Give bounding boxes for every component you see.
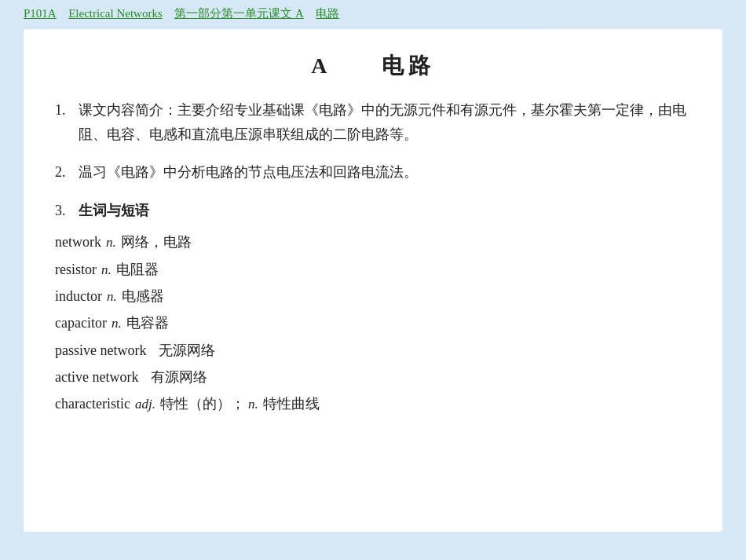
breadcrumb-sep-3 (307, 7, 313, 20)
vocab-network-en: network (55, 229, 101, 255)
vocab-characteristic-en: characteristic (55, 390, 130, 417)
page-title: A 电路 (55, 51, 691, 81)
vocab-active-network: active network 有源网络 (55, 364, 691, 390)
breadcrumb-electrical-networks[interactable]: Electrical Networks (68, 7, 163, 20)
vocab-active-network-en: active network (55, 364, 138, 390)
vocab-inductor-en: inductor (55, 283, 102, 309)
breadcrumb-p101a[interactable]: P101A (24, 7, 57, 20)
content-box: A 电路 1. 课文内容简介：主要介绍专业基础课《电路》中的无源元件和有源元件，… (24, 29, 722, 532)
breadcrumb-unit[interactable]: 第一部分第一单元课文 A (174, 6, 304, 21)
vocab-network-pos: n. (106, 230, 116, 255)
list-item-3: 3. 生词与短语 (55, 199, 691, 223)
item-3-num: 3. (55, 199, 79, 223)
vocab-inductor: inductor n. 电感器 (55, 283, 691, 309)
vocab-network: network n. 网络，电路 (55, 229, 691, 255)
breadcrumb-sep-1 (60, 7, 66, 20)
vocab-active-network-zh: 有源网络 (151, 364, 207, 390)
breadcrumb: P101A Electrical Networks 第一部分第一单元课文 A 电… (24, 0, 722, 29)
vocab-resistor-zh: 电阻器 (116, 256, 159, 283)
vocab-capacitor-en: capacitor (55, 309, 107, 336)
vocab-characteristic-pos-adj: adj. (135, 392, 155, 417)
vocab-section-label: 生词与短语 (79, 203, 149, 218)
title-en: A (311, 53, 331, 78)
vocab-resistor-pos: n. (101, 258, 112, 283)
vocab-capacitor-zh: 电容器 (126, 309, 169, 336)
item-1-content: 课文内容简介：主要介绍专业基础课《电路》中的无源元件和有源元件，基尔霍夫第一定律… (79, 98, 691, 146)
title-zh: 电路 (382, 53, 435, 78)
breadcrumb-current[interactable]: 电路 (316, 6, 339, 21)
vocab-resistor-en: resistor (55, 256, 97, 283)
vocab-inductor-zh: 电感器 (122, 283, 164, 309)
vocab-characteristic-pos-n: n. (248, 392, 258, 417)
item-2-num: 2. (55, 160, 79, 185)
vocab-characteristic: characteristic adj. 特性（的）； n. 特性曲线 (55, 390, 691, 417)
item-3-content: 生词与短语 (79, 199, 691, 223)
list-item-2: 2. 温习《电路》中分析电路的节点电压法和回路电流法。 (55, 160, 691, 185)
main-container: P101A Electrical Networks 第一部分第一单元课文 A 电… (0, 0, 746, 555)
vocab-section: network n. 网络，电路 resistor n. 电阻器 inducto… (55, 229, 691, 417)
list-item-1: 1. 课文内容简介：主要介绍专业基础课《电路》中的无源元件和有源元件，基尔霍夫第… (55, 98, 691, 146)
vocab-capacitor-pos: n. (112, 311, 122, 336)
vocab-inductor-pos: n. (107, 284, 117, 309)
item-2-content: 温习《电路》中分析电路的节点电压法和回路电流法。 (79, 160, 691, 185)
vocab-characteristic-zh-n: 特性曲线 (263, 390, 320, 417)
vocab-passive-network-zh: 无源网络 (159, 337, 215, 364)
item-1-num: 1. (55, 98, 79, 146)
breadcrumb-sep-2 (166, 7, 172, 20)
vocab-capacitor: capacitor n. 电容器 (55, 309, 691, 336)
vocab-resistor: resistor n. 电阻器 (55, 256, 691, 283)
vocab-characteristic-zh-adj: 特性（的）； (160, 390, 245, 417)
vocab-passive-network: passive network 无源网络 (55, 337, 691, 364)
vocab-network-zh: 网络，电路 (121, 229, 192, 255)
vocab-passive-network-en: passive network (55, 337, 146, 364)
